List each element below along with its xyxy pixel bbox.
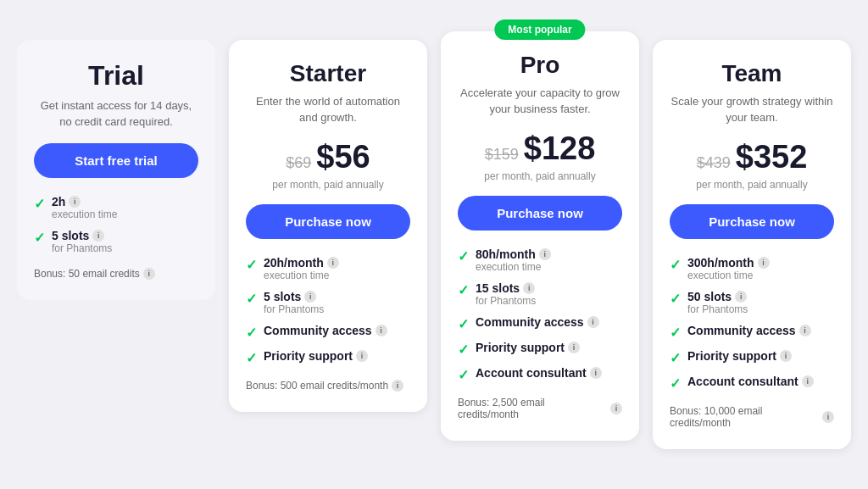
check-icon: ✓ [34, 230, 45, 246]
feature-item-trial-0: ✓ 2h i execution time [34, 195, 198, 220]
feature-main: 2h i [52, 195, 117, 208]
feature-item-starter-2: ✓ Community access i [246, 324, 410, 341]
plan-title-starter: Starter [246, 60, 410, 87]
plan-subtitle-trial: Get instant access for 14 days, no credi… [34, 98, 198, 129]
cta-button-starter[interactable]: Purchase now [246, 204, 410, 239]
info-icon[interactable]: i [539, 248, 551, 260]
feature-label: 20h/month [264, 256, 324, 270]
info-icon[interactable]: i [376, 325, 387, 336]
feature-main: 15 slots i [476, 281, 536, 295]
info-icon[interactable]: i [69, 196, 81, 208]
check-icon: ✓ [670, 350, 681, 366]
feature-label: 5 slots [264, 290, 301, 303]
bonus-text: Bonus: 500 email credits/month [246, 380, 388, 392]
bonus-info-icon[interactable]: i [392, 380, 403, 392]
price-original-starter: $69 [286, 154, 311, 172]
check-icon: ✓ [670, 257, 681, 273]
feature-label: 2h [52, 195, 65, 208]
feature-main: Community access i [687, 324, 811, 337]
feature-label: 80h/month [476, 247, 536, 261]
feature-item-pro-4: ✓ Account consultant i [458, 366, 622, 383]
feature-content: 2h i execution time [52, 195, 117, 220]
price-original-pro: $159 [485, 146, 519, 164]
cta-button-team[interactable]: Purchase now [670, 204, 834, 239]
info-icon[interactable]: i [590, 367, 602, 379]
feature-label: Community access [476, 315, 584, 329]
check-icon: ✓ [458, 342, 469, 358]
feature-item-trial-1: ✓ 5 slots i for Phantoms [34, 229, 198, 254]
info-icon[interactable]: i [356, 350, 368, 362]
check-icon: ✓ [670, 291, 681, 307]
info-icon[interactable]: i [304, 291, 316, 303]
feature-main: Priority support i [476, 341, 580, 354]
feature-sub: for Phantoms [52, 242, 112, 254]
feature-list-pro: ✓ 80h/month i execution time ✓ 15 slots … [458, 247, 622, 383]
feature-main: 300h/month i [687, 256, 770, 270]
plan-title-team: Team [670, 60, 834, 87]
price-period-team: per month, paid annually [670, 179, 834, 191]
feature-label: 300h/month [687, 256, 754, 270]
feature-label: 50 slots [687, 290, 732, 303]
feature-item-team-0: ✓ 300h/month i execution time [670, 256, 834, 281]
feature-item-team-3: ✓ Priority support i [670, 349, 834, 366]
feature-content: 300h/month i execution time [687, 256, 770, 281]
feature-main: 80h/month i [476, 247, 551, 261]
check-icon: ✓ [458, 248, 469, 264]
feature-item-pro-1: ✓ 15 slots i for Phantoms [458, 281, 622, 307]
feature-main: Priority support i [687, 349, 792, 363]
feature-item-starter-3: ✓ Priority support i [246, 349, 410, 366]
bonus-text: Bonus: 50 email credits [34, 268, 140, 280]
price-original-team: $439 [697, 154, 731, 172]
check-icon: ✓ [246, 257, 257, 273]
bonus-info-icon[interactable]: i [610, 403, 622, 414]
feature-content: Priority support i [687, 349, 792, 363]
info-icon[interactable]: i [568, 342, 580, 353]
plan-card-pro: Most popularProAccelerate your capacity … [441, 31, 639, 440]
feature-main: 5 slots i [52, 229, 112, 242]
feature-item-starter-1: ✓ 5 slots i for Phantoms [246, 290, 410, 315]
info-icon[interactable]: i [327, 257, 339, 269]
feature-content: Community access i [476, 315, 599, 329]
plan-title-trial: Trial [34, 60, 198, 92]
plan-card-starter: StarterEnter the world of automation and… [229, 40, 427, 411]
feature-item-pro-2: ✓ Community access i [458, 315, 622, 332]
feature-list-team: ✓ 300h/month i execution time ✓ 50 slots… [670, 256, 834, 392]
feature-sub: for Phantoms [687, 303, 748, 315]
price-row-pro: $159$128 [458, 131, 622, 167]
plan-card-team: TeamScale your growth strategy within yo… [653, 40, 851, 448]
feature-main: Community access i [264, 324, 387, 337]
check-icon: ✓ [246, 325, 257, 341]
info-icon[interactable]: i [758, 257, 770, 269]
bonus-info-icon[interactable]: i [822, 411, 834, 423]
feature-item-pro-3: ✓ Priority support i [458, 341, 622, 358]
price-row-team: $439$352 [670, 139, 834, 175]
bonus-row-starter: Bonus: 500 email credits/month i [246, 380, 410, 392]
feature-content: Priority support i [264, 349, 368, 363]
bonus-info-icon[interactable]: i [143, 268, 155, 280]
feature-sub: execution time [476, 261, 551, 273]
bonus-text: Bonus: 10,000 email credits/month [670, 405, 819, 429]
feature-content: 50 slots i for Phantoms [687, 290, 748, 315]
feature-main: Priority support i [264, 349, 368, 363]
feature-label: Priority support [264, 349, 353, 363]
feature-label: Account consultant [687, 375, 798, 388]
cta-button-pro[interactable]: Purchase now [458, 196, 622, 231]
info-icon[interactable]: i [523, 282, 535, 294]
plan-subtitle-starter: Enter the world of automation and growth… [246, 94, 410, 125]
feature-content: 20h/month i execution time [264, 256, 339, 281]
info-icon[interactable]: i [92, 230, 104, 242]
feature-content: 80h/month i execution time [476, 247, 551, 273]
feature-item-team-2: ✓ Community access i [670, 324, 834, 341]
info-icon[interactable]: i [735, 291, 747, 303]
feature-sub: for Phantoms [264, 303, 324, 315]
info-icon[interactable]: i [802, 375, 814, 387]
feature-content: Priority support i [476, 341, 580, 354]
feature-content: Community access i [687, 324, 811, 337]
feature-main: 5 slots i [264, 290, 324, 303]
cta-button-trial[interactable]: Start free trial [34, 143, 198, 178]
info-icon[interactable]: i [780, 350, 792, 362]
info-icon[interactable]: i [587, 316, 599, 328]
feature-label: Account consultant [476, 366, 587, 380]
info-icon[interactable]: i [799, 325, 811, 336]
price-period-starter: per month, paid annually [246, 179, 410, 191]
